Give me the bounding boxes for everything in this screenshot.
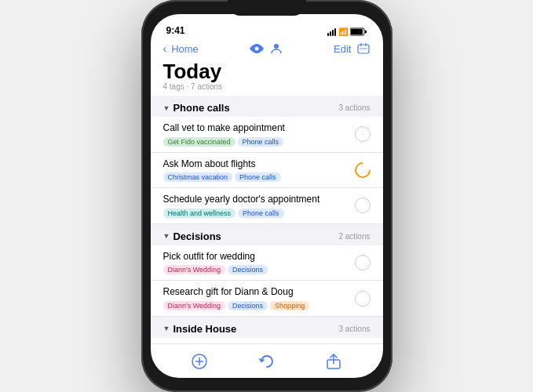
eye-icon[interactable] [250, 44, 264, 53]
tag[interactable]: Phone calls [235, 172, 281, 182]
task-checkbox[interactable] [355, 198, 371, 213]
task-tags: Diann's Wedding Decisions Shopping [163, 301, 349, 310]
battery-icon [350, 27, 367, 36]
tag[interactable]: Phone calls [238, 209, 284, 218]
task-item: Ask Mom about flights Christmas vacation… [151, 153, 383, 189]
task-checkbox[interactable] [351, 159, 373, 181]
section-title-row: ▼ Inside House [163, 323, 237, 335]
task-item: Research gift for Diann & Doug Diann's W… [151, 281, 383, 317]
section-inside-house-header: ▼ Inside House 3 actions [151, 317, 383, 338]
page-subtitle: 4 tags · 7 actions [163, 82, 371, 91]
section-phone-calls-count: 3 actions [338, 103, 370, 112]
status-bar: 9:41 📶 [151, 14, 383, 39]
tag[interactable]: Decisions [228, 265, 268, 274]
edit-button[interactable]: Edit [334, 43, 351, 55]
tag[interactable]: Diann's Wedding [163, 265, 226, 274]
task-item: Call vet to make appointment Get Fido va… [151, 117, 383, 153]
svg-rect-1 [351, 29, 363, 34]
svg-point-4 [274, 44, 279, 49]
task-content: Research gift for Diann & Doug Diann's W… [163, 286, 349, 310]
section-phone-calls-header: ▼ Phone calls 3 actions [151, 96, 383, 117]
page-header: Today 4 tags · 7 actions [151, 60, 383, 96]
section-title-row: ▼ Decisions [163, 230, 221, 242]
section-decisions-title: Decisions [173, 230, 221, 242]
back-label[interactable]: Home [171, 43, 199, 55]
task-tags: Get Fido vaccinated Phone calls [163, 137, 349, 147]
svg-point-3 [254, 47, 258, 51]
task-item: Schedule yearly doctor's appointment Hea… [151, 188, 383, 224]
task-checkbox[interactable] [355, 255, 371, 270]
collapse-triangle-icon[interactable]: ▼ [163, 232, 170, 240]
page-title: Today [163, 61, 371, 82]
task-title: Research gift for Diann & Doug [163, 286, 349, 299]
task-title: Schedule yearly doctor's appointment [163, 194, 349, 206]
tag[interactable]: Diann's Wedding [163, 301, 226, 310]
bottom-toolbar [151, 343, 383, 378]
share-button[interactable] [319, 347, 348, 376]
section-phone-calls-title: Phone calls [173, 102, 229, 114]
section-decisions-header: ▼ Decisions 2 actions [151, 224, 383, 245]
task-item: Pick outfit for wedding Diann's Wedding … [151, 245, 383, 281]
tag[interactable]: Get Fido vaccinated [163, 137, 235, 147]
task-title: Call vet to make appointment [163, 122, 349, 135]
phone-frame: 9:41 📶 [141, 0, 392, 392]
task-title: Pick outfit for wedding [163, 251, 349, 263]
undo-button[interactable] [252, 347, 280, 376]
task-content: Ask Mom about flights Christmas vacation… [163, 158, 349, 183]
nav-right: Edit [334, 42, 370, 55]
task-tags: Health and wellness Phone calls [163, 209, 349, 218]
nav-center-icons [250, 42, 283, 55]
task-tags: Christmas vacation Phone calls [163, 172, 349, 182]
nav-bar: ‹ Home Edit [151, 39, 383, 60]
status-icons: 📶 [327, 27, 367, 36]
section-inside-house-title: Inside House [173, 323, 236, 335]
content-area: ▼ Phone calls 3 actions Call vet to make… [151, 96, 383, 343]
wifi-icon: 📶 [338, 27, 348, 36]
collapse-triangle-icon[interactable]: ▼ [163, 104, 170, 112]
tag[interactable]: Christmas vacation [163, 172, 233, 182]
add-button[interactable] [185, 347, 214, 376]
task-title: Ask Mom about flights [163, 158, 349, 171]
task-content: Schedule yearly doctor's appointment Hea… [163, 194, 349, 218]
tag[interactable]: Phone calls [238, 137, 284, 147]
status-time: 9:41 [166, 25, 185, 36]
task-checkbox[interactable] [355, 291, 371, 307]
section-title-row: ▼ Phone calls [163, 102, 230, 114]
phone-notch [228, 0, 306, 16]
tag[interactable]: Shopping [270, 301, 309, 310]
tag[interactable]: Decisions [228, 301, 268, 310]
section-inside-house-count: 3 actions [338, 325, 370, 333]
clock-icon[interactable] [357, 42, 370, 55]
phone-screen: 9:41 📶 [151, 14, 383, 378]
task-checkbox[interactable] [355, 126, 371, 142]
nav-left: ‹ Home [163, 42, 199, 55]
person-icon[interactable] [270, 42, 283, 55]
task-content: Call vet to make appointment Get Fido va… [163, 122, 349, 147]
tag[interactable]: Health and wellness [163, 209, 236, 218]
back-arrow-icon[interactable]: ‹ [163, 42, 167, 55]
collapse-triangle-icon[interactable]: ▼ [163, 325, 170, 332]
task-item: Sweep kitchen Chores Inside House [151, 338, 383, 343]
svg-rect-5 [358, 45, 369, 53]
svg-rect-2 [365, 31, 367, 34]
task-tags: Diann's Wedding Decisions [163, 265, 349, 274]
task-content: Pick outfit for wedding Diann's Wedding … [163, 251, 349, 275]
signal-icon [327, 28, 336, 36]
section-decisions-count: 2 actions [338, 232, 370, 241]
